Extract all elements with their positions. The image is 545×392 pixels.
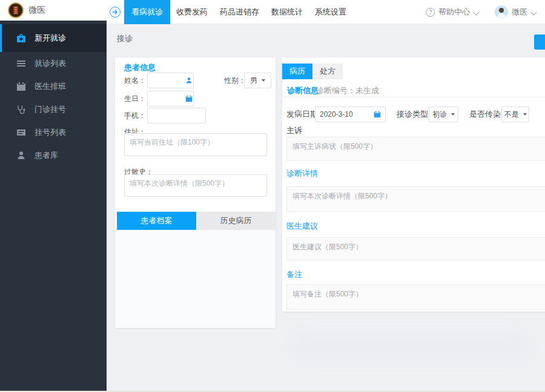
nav-tab-outpatient[interactable]: 看病就诊 <box>124 0 170 24</box>
remarks-textarea[interactable] <box>286 284 545 310</box>
medical-record-panel: 病历 处方 诊断信息 诊断编号：未生成 发病日期 2020-3-10 接诊类型 … <box>282 57 545 312</box>
tab-patient-archive[interactable]: 患者档案 <box>117 212 196 230</box>
chief-complaint-label: 主诉 <box>286 125 302 136</box>
app-window: 微医 看病就诊 收费发药 药品进销存 数据统计 系统设置 ? 帮助中心 微医 <box>0 0 545 392</box>
caret-down-icon <box>451 113 455 116</box>
remarks-label: 备注 <box>286 269 302 280</box>
sidebar-item-label: 患者库 <box>35 150 58 161</box>
sidebar: 新开就诊 就诊列表 医生排班 门诊挂号 挂号列表 患者库 <box>0 21 107 392</box>
nav-tab-inventory[interactable]: 药品进销存 <box>214 0 265 24</box>
help-center-menu[interactable]: ? 帮助中心 <box>426 7 479 18</box>
sidebar-item-doctor-schedule[interactable]: 医生排班 <box>0 75 107 98</box>
gender-label: 性别： <box>224 73 246 88</box>
calendar-icon <box>16 82 26 91</box>
main-nav: 看病就诊 收费发药 药品进销存 数据统计 系统设置 <box>124 0 352 24</box>
patient-info-panel: 患者信息 姓名： 性别： 男 生日： 手机： 住址： 过敏史： 患者档案 历史病… <box>115 57 276 328</box>
chevron-down-icon <box>474 10 479 15</box>
visit-type-select[interactable]: 初诊 <box>429 106 458 122</box>
diagnosis-detail-textarea[interactable] <box>286 186 545 212</box>
medkit-icon <box>16 33 26 43</box>
sidebar-item-registration-list[interactable]: 挂号列表 <box>0 121 107 144</box>
doctor-advice-textarea[interactable] <box>286 237 545 261</box>
birthday-label: 生日： <box>124 91 146 106</box>
tab-history-records[interactable]: 历史病历 <box>196 212 276 230</box>
visit-type-label: 接诊类型 <box>397 106 428 122</box>
address-textarea[interactable] <box>124 133 267 156</box>
person-icon <box>185 77 193 84</box>
contagious-value: 不是 <box>504 109 519 120</box>
primary-action-button[interactable] <box>534 34 545 50</box>
nav-tab-settings[interactable]: 系统设置 <box>309 0 352 24</box>
main-content: 接诊 患者信息 姓名： 性别： 男 生日： 手机： 住址： 过敏史： 患者档案 … <box>107 24 545 392</box>
page-title: 接诊 <box>117 33 133 44</box>
sidebar-item-label: 就诊列表 <box>35 58 66 69</box>
sidebar-item-patient-database[interactable]: 患者库 <box>0 144 107 167</box>
allergy-textarea[interactable] <box>124 174 267 197</box>
sidebar-item-new-visit[interactable]: 新开就诊 <box>0 24 107 52</box>
phone-label: 手机： <box>124 108 146 123</box>
help-question-icon: ? <box>426 8 435 17</box>
patient-info-title: 患者信息 <box>124 62 156 73</box>
chevron-down-icon <box>531 10 537 15</box>
tab-prescription[interactable]: 处方 <box>312 64 343 79</box>
divider <box>282 97 545 97</box>
sidebar-item-label: 挂号列表 <box>35 127 66 138</box>
calendar-icon <box>374 111 381 118</box>
sidebar-item-label: 新开就诊 <box>35 33 66 44</box>
diagnosis-info-title: 诊断信息 <box>287 85 319 96</box>
caret-down-icon <box>262 79 265 82</box>
calendar-icon <box>185 95 193 102</box>
user-icon <box>16 151 26 160</box>
gender-select[interactable]: 男 <box>244 73 271 88</box>
nav-tab-statistics[interactable]: 数据统计 <box>265 0 309 24</box>
header-right: ? 帮助中心 微医 <box>426 0 537 24</box>
diagnosis-number: 诊断编号：未生成 <box>316 85 379 96</box>
visit-type-value: 初诊 <box>432 109 447 120</box>
onset-date-picker[interactable]: 2020-3-10 <box>315 106 386 122</box>
patient-archive-content <box>115 230 276 328</box>
nav-tab-billing[interactable]: 收费发药 <box>170 0 214 24</box>
sidebar-item-visit-list[interactable]: 就诊列表 <box>0 52 107 75</box>
contagious-select[interactable]: 不是 <box>501 106 529 122</box>
user-name-label: 微医 <box>512 7 527 18</box>
gender-value: 男 <box>250 76 257 86</box>
app-title: 微医 <box>28 5 45 16</box>
contagious-label: 是否传染 <box>469 106 501 122</box>
sidebar-item-label: 门诊挂号 <box>35 104 66 115</box>
user-menu[interactable]: 微医 <box>495 5 537 19</box>
caret-down-icon <box>523 113 527 116</box>
phone-input[interactable] <box>147 108 206 123</box>
logo-area: 微医 <box>0 0 107 21</box>
doctor-advice-label: 医生建议 <box>286 221 318 232</box>
list-icon <box>16 59 26 68</box>
sidebar-item-label: 医生排班 <box>35 81 66 92</box>
collapse-sidebar-arrow-icon[interactable] <box>110 7 121 18</box>
name-label: 姓名： <box>124 73 146 88</box>
help-center-label: 帮助中心 <box>438 7 470 18</box>
record-tabs: 病历 处方 <box>282 64 343 79</box>
diagnosis-detail-label: 诊断详情 <box>286 168 318 179</box>
onset-date-value: 2020-3-10 <box>320 110 353 119</box>
sidebar-item-registration[interactable]: 门诊挂号 <box>0 98 107 121</box>
patient-panel-tabs: 患者档案 历史病历 <box>117 212 276 230</box>
chief-complaint-textarea[interactable] <box>286 137 545 161</box>
stethoscope-icon <box>16 105 26 114</box>
clinic-seal-logo-icon <box>8 2 24 18</box>
background-watermark <box>288 332 530 361</box>
avatar <box>495 5 508 19</box>
card-list-icon <box>16 128 26 137</box>
tab-medical-record[interactable]: 病历 <box>282 64 312 79</box>
onset-date-label: 发病日期 <box>286 106 318 122</box>
